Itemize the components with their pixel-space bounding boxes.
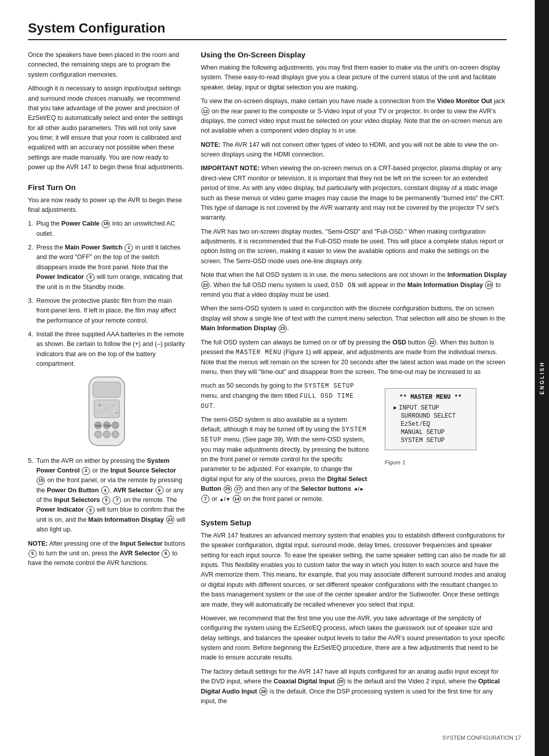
step-2: 2. Press the Main Power Switch 1 in unti…: [28, 243, 186, 292]
step-5: 5. Turn the AVR on either by pressing th…: [28, 456, 186, 535]
badge-2: 2: [82, 467, 90, 475]
semi-osd-default-p: The semi-OSD system is also available as…: [201, 415, 370, 504]
osd-p2: To view the on-screen displays, make cer…: [201, 97, 507, 136]
badge-7b: 7: [201, 495, 209, 503]
intro-p2: Although it is necessary to assign input…: [28, 84, 186, 172]
badge-5b: 5: [28, 550, 37, 558]
step-3: 3. Remove the protective plastic film fr…: [28, 296, 186, 326]
remote-svg: + – AVR PWR: [79, 374, 135, 448]
timeout-p: much as 50 seconds by going to the SYSTE…: [201, 381, 370, 411]
menu-item-manual: MANUAL SETUP: [393, 428, 468, 436]
badge-5: 5: [102, 496, 110, 505]
menu-item-system: SYSTEM SETUP: [393, 436, 468, 445]
badge-20: 20: [337, 678, 345, 686]
menu-arrow: ►: [393, 405, 397, 411]
badge-6b: 6: [162, 550, 170, 558]
badge-4: 4: [101, 486, 109, 494]
system-setup-p2: However, we recommend that the first tim…: [201, 614, 507, 663]
menu-item-surround: SURROUND SELECT: [393, 412, 468, 420]
important-note: IMPORTANT NOTE: When viewing the on-scre…: [201, 164, 507, 223]
badge-17: 17: [234, 485, 242, 493]
osd-modes-p: The AVR has two on-screen display modes,…: [201, 227, 507, 267]
osd-info-display-p: Note that when the full OSD system is in…: [201, 270, 507, 300]
svg-point-8: [112, 422, 119, 429]
first-turn-on-heading: First Turn On: [28, 183, 186, 192]
left-column: Once the speakers have been placed in th…: [28, 50, 186, 710]
badge-23d: 23: [279, 325, 287, 333]
page-footer: SYSTEM CONFIGURATION 17: [442, 735, 521, 741]
intro-p1: Once the speakers have been placed in th…: [28, 50, 186, 80]
badge-23c: 23: [485, 281, 493, 289]
badge-19: 19: [102, 220, 110, 228]
svg-text:PWR: PWR: [104, 424, 112, 427]
language-label: ENGLISH: [539, 361, 545, 394]
badge-6a: 6: [156, 486, 164, 494]
badge-23a: 23: [166, 516, 174, 524]
first-turn-on-intro: You are now ready to power up the AVR to…: [28, 196, 186, 215]
svg-text:–: –: [115, 410, 118, 415]
badge-3b: 3: [86, 506, 95, 514]
system-setup-p3: The factory default settings for the AVR…: [201, 667, 507, 707]
figure-caption: Figure 1: [385, 459, 507, 465]
svg-point-10: [103, 431, 110, 438]
badge-23b: 23: [201, 281, 209, 289]
osd-heading: Using the On-Screen Display: [201, 50, 507, 59]
right-column-split: much as 50 seconds by going to the SYSTE…: [201, 381, 507, 508]
remote-image-container: + – AVR PWR: [28, 374, 186, 448]
right-column: Using the On-Screen Display When making …: [201, 50, 507, 710]
badge-12: 12: [201, 107, 209, 115]
page-title: System Configuration: [28, 20, 507, 40]
badge-3a: 3: [86, 273, 95, 281]
badge-15: 15: [37, 477, 45, 485]
svg-text:AVR: AVR: [95, 424, 102, 427]
main-content: Once the speakers have been placed in th…: [28, 50, 507, 710]
side-tab: ENGLISH: [535, 0, 549, 756]
menu-title: ** MASTER MENU **: [393, 394, 468, 401]
right-col-right: ** MASTER MENU ** ► INPUT SETUP SURROUND…: [385, 381, 507, 508]
step-4: 4. Install the three supplied AAA batter…: [28, 330, 186, 369]
menu-item-ezset: EzSet/EQ: [393, 420, 468, 428]
badge-22: 22: [428, 338, 436, 346]
osd-note: NOTE: The AVR 147 will not convert other…: [201, 140, 507, 160]
osd-p1: When making the following adjustments, y…: [201, 63, 507, 92]
badge-25: 25: [224, 485, 232, 493]
osd-menu-box: ** MASTER MENU ** ► INPUT SETUP SURROUND…: [385, 388, 476, 450]
system-setup-heading: System Setup: [201, 518, 507, 527]
svg-point-11: [112, 431, 119, 438]
badge-1: 1: [125, 244, 133, 252]
svg-text:+: +: [98, 402, 101, 408]
badge-14: 14: [233, 495, 241, 503]
badge-28: 28: [259, 687, 267, 696]
full-osd-p: The full OSD system can always be turned…: [201, 338, 507, 377]
menu-item-input-setup: ► INPUT SETUP: [393, 404, 468, 412]
note-1: NOTE: After pressing one of the Input Se…: [28, 539, 186, 569]
right-col-left: much as 50 seconds by going to the SYSTE…: [201, 381, 370, 508]
step-1: 1. Plug the Power Cable 19 into an unswi…: [28, 219, 186, 239]
page-container: ENGLISH System Configuration Once the sp…: [0, 0, 549, 756]
svg-point-9: [95, 431, 102, 438]
system-setup-p1: The AVR 147 features an advanced memory …: [201, 531, 507, 610]
badge-7a: 7: [113, 496, 121, 505]
semi-osd-p: When the semi-OSD system is used in conj…: [201, 304, 507, 333]
svg-rect-1: [93, 382, 120, 397]
